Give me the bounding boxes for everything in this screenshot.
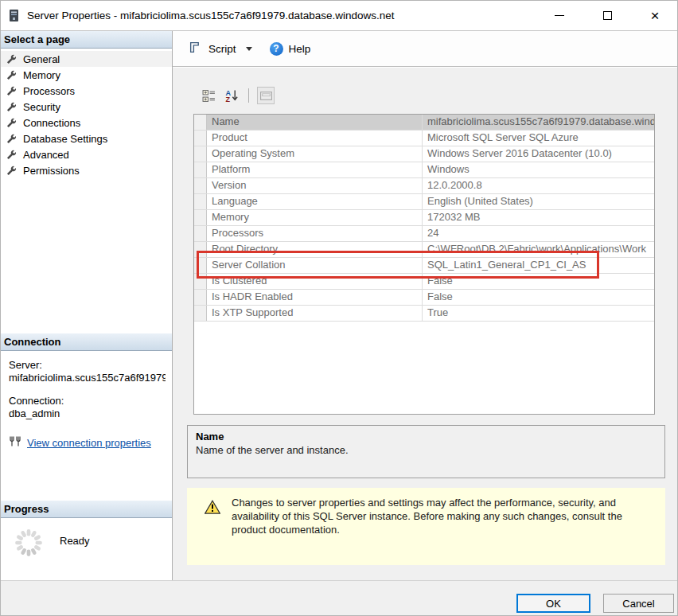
property-grid: Name mifabriciolima.scus155c7a6f91979.da… xyxy=(193,114,655,415)
server-icon xyxy=(9,9,20,23)
sidebar-item-memory[interactable]: Memory xyxy=(1,67,172,83)
property-row-product[interactable]: Product Microsoft SQL Server SQL Azure xyxy=(194,131,654,146)
sidebar-item-general[interactable]: General xyxy=(1,51,172,67)
help-button[interactable]: ? Help xyxy=(270,42,311,56)
sidebar-item-connections[interactable]: Connections xyxy=(1,115,172,131)
window-title: Server Properties - mifabriciolima.scus1… xyxy=(27,10,395,21)
close-icon: × xyxy=(650,8,659,23)
description-title: Name xyxy=(196,431,657,443)
connection-label: Connection: xyxy=(9,395,166,407)
footer-bar: OK Cancel xyxy=(1,580,678,616)
view-connection-properties-link[interactable]: View connection properties xyxy=(27,437,151,449)
progress-status: Ready xyxy=(60,535,90,547)
description-text: Name of the server and instance. xyxy=(196,444,657,456)
maximize-button[interactable] xyxy=(583,1,631,30)
wrench-icon xyxy=(6,134,17,144)
toolbar-separator xyxy=(248,88,249,103)
progress-section: Ready xyxy=(1,518,172,561)
help-question-icon: ? xyxy=(270,42,283,56)
select-a-page-header: Select a page xyxy=(1,31,172,49)
minimize-button[interactable] xyxy=(536,1,583,30)
cancel-button[interactable]: Cancel xyxy=(603,594,674,613)
property-row-version[interactable]: Version 12.0.2000.8 xyxy=(194,178,654,194)
sidebar-item-security[interactable]: Security xyxy=(1,99,172,115)
sidebar-item-label: General xyxy=(23,53,60,65)
sidebar-item-database-settings[interactable]: Database Settings xyxy=(1,131,172,146)
spinner-icon xyxy=(14,528,44,561)
alphabetical-sort-icon[interactable]: A Z xyxy=(223,87,240,104)
sidebar-item-label: Processors xyxy=(23,85,75,97)
help-label: Help xyxy=(289,43,311,55)
property-pages-icon xyxy=(257,87,275,104)
warning-text: Changes to server properties and setting… xyxy=(232,496,653,536)
wrench-icon xyxy=(6,166,17,176)
wrench-icon xyxy=(6,118,17,128)
server-properties-dialog: Server Properties - mifabriciolima.scus1… xyxy=(0,0,678,616)
property-row-language[interactable]: Language English (United States) xyxy=(194,194,654,210)
sidebar-item-label: Database Settings xyxy=(23,133,107,145)
ok-button[interactable]: OK xyxy=(516,594,590,613)
property-row-is-hadr-enabled[interactable]: Is HADR Enabled False xyxy=(194,290,654,306)
connection-value: dba_admin xyxy=(9,407,166,420)
property-row-processors[interactable]: Processors 24 xyxy=(194,226,654,242)
chevron-down-icon[interactable] xyxy=(246,47,252,51)
maximize-icon xyxy=(603,11,612,20)
sidebar-item-label: Connections xyxy=(23,117,80,129)
script-label: Script xyxy=(208,43,236,55)
sidebar-item-label: Permissions xyxy=(23,165,80,177)
property-row-memory[interactable]: Memory 172032 MB xyxy=(194,210,654,226)
wrench-icon xyxy=(6,150,17,160)
minimize-icon xyxy=(555,15,564,16)
wrench-icon xyxy=(6,86,17,96)
connection-info: Server: mifabriciolima.scus155c7a6f91979… xyxy=(1,351,172,449)
svg-text:Z: Z xyxy=(225,96,230,103)
server-label: Server: xyxy=(9,359,166,372)
sidebar-item-label: Advanced xyxy=(23,149,69,161)
general-page-content: A Z Name mifabriciolima.scus155c7a6f9197… xyxy=(173,68,678,580)
plug-icon xyxy=(9,436,21,449)
progress-header: Progress xyxy=(1,501,172,518)
sidebar-item-label: Security xyxy=(23,101,60,113)
server-value: mifabriciolima.scus155c7a6f91979. xyxy=(9,372,166,384)
close-button[interactable]: × xyxy=(631,1,678,30)
script-button[interactable]: Script xyxy=(189,41,236,57)
property-grid-toolbar: A Z xyxy=(200,87,275,104)
connection-header: Connection xyxy=(1,333,172,351)
property-row-name[interactable]: Name mifabriciolima.scus155c7a6f91979.da… xyxy=(194,115,654,131)
property-row-root-directory[interactable]: Root Directory C:\WFRoot\DB.2\Fabric\wor… xyxy=(194,242,654,258)
property-row-operating-system[interactable]: Operating System Windows Server 2016 Dat… xyxy=(194,146,654,162)
warning-triangle-icon xyxy=(205,500,220,517)
property-row-is-xtp-supported[interactable]: Is XTP Supported True xyxy=(194,306,654,322)
categorized-icon[interactable] xyxy=(200,87,217,104)
command-toolbar: Script ? Help xyxy=(173,31,678,67)
sidebar: Select a page General Memory Processors … xyxy=(1,31,173,580)
wrench-icon xyxy=(6,70,17,80)
property-row-server-collation[interactable]: Server Collation SQL_Latin1_General_CP1_… xyxy=(194,258,654,274)
wrench-icon xyxy=(6,54,17,64)
sidebar-item-label: Memory xyxy=(23,69,60,81)
property-description-box: Name Name of the server and instance. xyxy=(187,425,665,478)
script-icon xyxy=(189,41,202,57)
title-bar: Server Properties - mifabriciolima.scus1… xyxy=(1,1,678,31)
sidebar-item-permissions[interactable]: Permissions xyxy=(1,162,172,178)
property-row-is-clustered[interactable]: Is Clustered False xyxy=(194,274,654,290)
warning-box: Changes to server properties and setting… xyxy=(187,488,665,565)
page-list: General Memory Processors Security Conne… xyxy=(1,51,172,178)
property-row-platform[interactable]: Platform Windows xyxy=(194,162,654,178)
main-panel: Script ? Help xyxy=(173,31,678,580)
sidebar-item-advanced[interactable]: Advanced xyxy=(1,146,172,162)
sidebar-item-processors[interactable]: Processors xyxy=(1,83,172,99)
wrench-icon xyxy=(6,102,17,112)
